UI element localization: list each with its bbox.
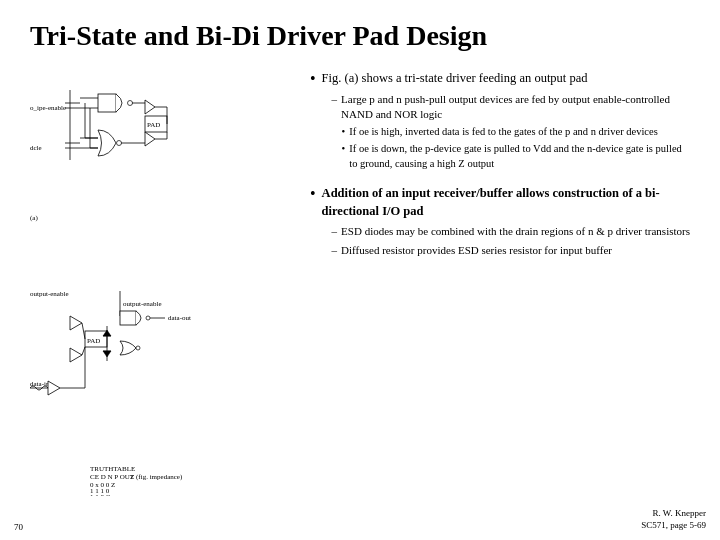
content-area: o_ipe-enable dcle (a) xyxy=(30,70,690,510)
svg-text:1 1 0 C: 1 1 0 C xyxy=(90,493,111,496)
svg-marker-14 xyxy=(145,100,155,114)
svg-text:PAD: PAD xyxy=(87,337,100,345)
page-title: Tri-State and Bi-Di Driver Pad Design xyxy=(30,20,690,52)
bullet-2-sub-1: – ESD diodes may be combined with the dr… xyxy=(332,224,690,239)
bullet-1-subsub-1-text: If oe is high, inverted data is fed to t… xyxy=(349,125,657,140)
svg-text:output-enable: output-enable xyxy=(30,290,69,298)
bullet-2-sub-1-text: ESD diodes may be combined with the drai… xyxy=(341,224,690,239)
svg-text:TRUTHTABLE: TRUTHTABLE xyxy=(90,465,135,473)
diagram-top: o_ipe-enable dcle (a) xyxy=(30,70,280,280)
bullet-2-sub-2: – Diffused resistor provides ESD series … xyxy=(332,243,690,258)
svg-point-6 xyxy=(128,101,133,106)
page: Tri-State and Bi-Di Driver Pad Design o_… xyxy=(0,0,720,540)
footer-line2: SC571, page 5-69 xyxy=(641,519,706,532)
svg-point-49 xyxy=(136,346,140,350)
svg-line-45 xyxy=(82,323,85,339)
svg-line-46 xyxy=(82,347,85,355)
bullet-2-main-bold: Addition of an input receiver/buffer all… xyxy=(322,186,660,218)
bullet-1-sub-1-text: Large p and n push-pull output devices a… xyxy=(341,92,690,123)
bullet-1-subsub-2-dot: • xyxy=(342,142,346,157)
svg-rect-47 xyxy=(120,311,136,325)
svg-marker-52 xyxy=(48,381,60,395)
svg-text:data-out: data-out xyxy=(168,314,191,322)
bullet-1-main: Fig. (a) shows a tri-state driver feedin… xyxy=(322,70,690,88)
svg-point-48 xyxy=(146,316,150,320)
svg-text:CE D N P OUT: CE D N P OUT xyxy=(90,473,135,481)
bullet-2-sub-2-text: Diffused resistor provides ESD series re… xyxy=(341,243,612,258)
svg-marker-60 xyxy=(103,351,111,357)
bullet-2-content: Addition of an input receiver/buffer all… xyxy=(322,185,690,261)
bullet-1-sub-1-dash: – xyxy=(332,92,338,107)
svg-marker-15 xyxy=(145,132,155,146)
svg-text:output-enable: output-enable xyxy=(123,300,162,308)
bullet-2: • Addition of an input receiver/buffer a… xyxy=(310,185,690,261)
footer-line1: R. W. Knepper xyxy=(641,507,706,520)
bullet-1-subsub-2: • If oe is down, the p-device gate is pu… xyxy=(342,142,690,171)
svg-text:o_ipe-enable: o_ipe-enable xyxy=(30,104,66,112)
svg-marker-43 xyxy=(70,316,82,330)
bullet-1-sub-1: – Large p and n push-pull output devices… xyxy=(332,92,690,123)
bullet-1-subsub-1-dot: • xyxy=(342,125,346,140)
svg-rect-5 xyxy=(98,94,116,112)
svg-text:PAD: PAD xyxy=(147,121,160,129)
bullet-2-sub-1-dash: – xyxy=(332,224,338,239)
bullet-1-subsub-1: • If oe is high, inverted data is fed to… xyxy=(342,125,690,140)
bullet-2-sub-2-dash: – xyxy=(332,243,338,258)
svg-point-10 xyxy=(117,141,122,146)
diagram-bottom: output-enable data-in TRUTHTABLE CE D N … xyxy=(30,286,280,496)
bullet-1: • Fig. (a) shows a tri-state driver feed… xyxy=(310,70,690,173)
svg-text:(a): (a) xyxy=(30,214,38,222)
footer: R. W. Knepper SC571, page 5-69 xyxy=(641,507,706,532)
bullet-1-dot: • xyxy=(310,71,316,87)
diagram-area: o_ipe-enable dcle (a) xyxy=(30,70,290,510)
bullet-1-subsub-2-text: If oe is down, the p-device gate is pull… xyxy=(349,142,690,171)
bullet-2-main: Addition of an input receiver/buffer all… xyxy=(322,185,690,220)
text-area: • Fig. (a) shows a tri-state driver feed… xyxy=(300,70,690,510)
svg-text:Z (fig. impedance): Z (fig. impedance) xyxy=(130,473,183,481)
bullet-2-dot: • xyxy=(310,186,316,202)
svg-marker-44 xyxy=(70,348,82,362)
svg-text:dcle: dcle xyxy=(30,144,42,152)
bullet-1-content: Fig. (a) shows a tri-state driver feedin… xyxy=(322,70,690,173)
page-number: 70 xyxy=(14,522,23,532)
